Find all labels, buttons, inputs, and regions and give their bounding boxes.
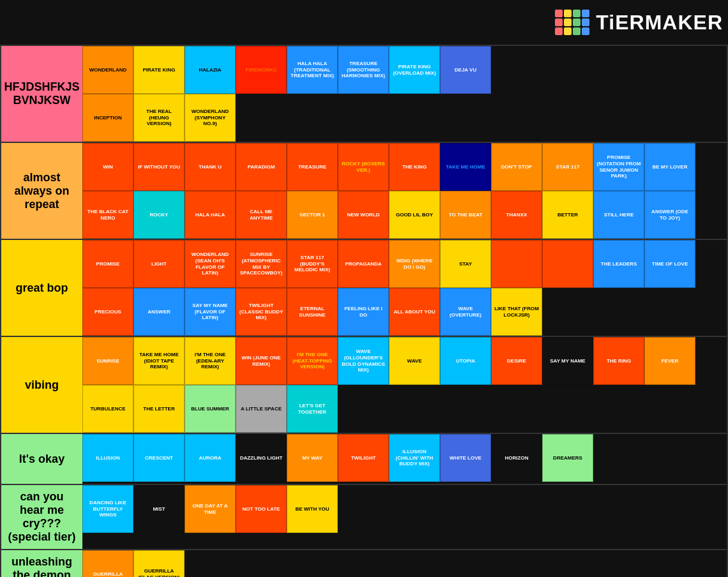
song-card[interactable]: WONDERLAND (SYMPHONY NO.9) [185,94,236,142]
tier-content-okay: ILLUSIONCRESCENTAURORADAZZLING LIGHTMY W… [82,434,727,484]
song-card[interactable]: FIREWORKS [236,46,287,94]
song-card[interactable]: TWILIGHT [338,434,389,482]
song-card[interactable]: PROMISE [82,240,133,288]
song-card[interactable]: SAY MY NAME [542,337,593,385]
song-card[interactable]: GUERRILLA (FLAG VERSION) [133,550,185,577]
song-card[interactable]: TAKE ME HOME [440,143,491,191]
song-card[interactable]: HALA HALA [185,191,236,239]
song-card[interactable]: TO THE BEAT [440,191,491,239]
song-card[interactable]: UTOPIA [440,337,491,385]
song-card[interactable]: DREAMERS [542,434,593,482]
song-card[interactable]: HALAZIA [185,46,236,94]
song-card[interactable]: ROCKY [133,191,185,239]
song-card[interactable]: DESIRE [491,337,542,385]
song-card[interactable]: I'M THE ONE (HEAT-TOPPING VERSION) [287,337,338,385]
song-card[interactable]: INCEPTION [82,94,133,142]
song-card[interactable]: THE REAL (HEUNG VERSION) [133,94,185,142]
song-card[interactable]: BE WITH YOU [287,485,338,533]
song-card[interactable]: WONDERLAND (SEAN OH'S FLAVOR OF LATIN) [185,240,236,288]
song-card[interactable]: BETTER [542,191,593,239]
song-card[interactable]: DON'T STOP [491,143,542,191]
logo-cell [573,27,580,35]
song-card[interactable]: BE MY LOVER [644,143,695,191]
song-card[interactable]: MIST [133,485,185,533]
tier-content-canyouhear: DANCING LIKE BUTTERFLY WINGSMISTONE DAY … [82,485,727,549]
song-card[interactable]: TREASURE [287,143,338,191]
song-card[interactable]: THE LETTER [133,385,185,433]
song-card[interactable]: WITH U [491,240,542,288]
logo-cell [582,19,589,26]
song-card[interactable]: WIN [82,143,133,191]
song-card[interactable]: NOT TOO LATE [236,485,287,533]
song-card[interactable]: ILLUSION (CHILLIN' WITH BUDDY MIX) [389,434,440,482]
song-card[interactable]: TURBULENCE [82,385,133,433]
song-card[interactable]: THANXX [491,191,542,239]
song-card[interactable]: ROCKY (BOXERS VER.) [338,143,389,191]
logo-cell [555,27,563,35]
logo-text: TiERMAKER [596,11,723,34]
song-card[interactable]: SAY MY NAME (FLAVOR OF LATIN) [185,288,236,336]
song-card[interactable]: SUNRISE [82,337,133,385]
song-card[interactable]: DANCING LIKE BUTTERFLY WINGS [82,485,133,533]
song-card[interactable]: PROPAGANDA [338,240,389,288]
song-card[interactable]: DEJA VU [440,46,491,94]
song-card[interactable]: STILL HERE [593,191,644,239]
song-card[interactable]: THANK U [185,143,236,191]
song-card[interactable]: WONDERLAND [82,46,133,94]
song-card[interactable]: THE KING [389,143,440,191]
song-card[interactable]: LET'S GET TOGETHER [287,385,338,433]
song-card[interactable]: ILLUSION [82,434,133,482]
song-card[interactable]: CELEBRATE [542,240,593,288]
song-card[interactable]: A LITTLE SPACE [236,385,287,433]
logo-cell [564,27,572,35]
song-card[interactable]: ONE DAY AT A TIME [185,485,236,533]
song-card[interactable]: GUERRILLA [82,550,133,577]
song-card[interactable]: I'M THE ONE (EDEN-ARY REMIX) [185,337,236,385]
song-card[interactable]: GOOD LIL BOY [389,191,440,239]
song-card[interactable]: AURORA [185,434,236,482]
song-card[interactable]: ANSWER [133,288,185,336]
song-card[interactable]: WIN (JUNE ONE REMIX) [236,337,287,385]
song-card[interactable]: LIGHT [133,240,185,288]
song-card[interactable]: STAR 117 [542,143,593,191]
song-card[interactable]: NEW WORLD [338,191,389,239]
song-card[interactable]: THE BLACK CAT NERO [82,191,133,239]
song-card[interactable]: ALL ABOUT YOU [389,288,440,336]
song-card[interactable]: TIME OF LOVE [644,240,695,288]
song-card[interactable]: WAVE [389,337,440,385]
song-card[interactable]: PRECIOUS [82,288,133,336]
song-card[interactable]: THE RING [593,337,644,385]
song-card[interactable]: WHITE LOVE [440,434,491,482]
song-card[interactable]: WDIG (WHERE DO I GO) [389,240,440,288]
song-card[interactable]: MY WAY [287,434,338,482]
logo-grid [555,10,589,35]
song-card[interactable]: PROMISE (NOTATION FROM SENOR JUWON PARK) [593,143,644,191]
song-card[interactable]: PIRATE KING (OVERLOAD MIX) [389,46,440,94]
song-card[interactable]: DAZZLING LIGHT [236,434,287,482]
song-card[interactable]: TAKE ME HOME (IDIOT TAPE REMIX) [133,337,185,385]
song-card[interactable]: BLUE SUMMER [185,385,236,433]
song-card[interactable]: STAR 117 (BUDDY'S MELODIC MIX) [287,240,338,288]
song-card[interactable]: CALL ME ANYTIME [236,191,287,239]
song-card[interactable]: THE LEADERS [593,240,644,288]
song-card[interactable]: CRESCENT [133,434,185,482]
song-card[interactable]: HALA HALA (TRADITIONAL TREATMENT MIX) [287,46,338,94]
song-card[interactable]: PIRATE KING [133,46,185,94]
song-card[interactable]: STAY [440,240,491,288]
song-card[interactable]: ANSWER (ODE TO JOY) [644,191,695,239]
song-card[interactable]: FEVER [644,337,695,385]
song-card[interactable]: PARADIGM [236,143,287,191]
song-card[interactable]: IF WITHOUT YOU [133,143,185,191]
song-card[interactable]: FEELING LIKE I DO [338,288,389,336]
song-card[interactable]: WAVE (OVERTURE) [440,288,491,336]
song-card[interactable]: HORIZON [491,434,542,482]
song-card[interactable]: WAVE (OLLOUNDER'S BOLD DYNAMICS MIX) [338,337,389,385]
song-card[interactable]: SECTOR 1 [287,191,338,239]
logo-cell [573,19,580,26]
song-card[interactable]: TWILIGHT (CLASSIC BUDDY MIX) [236,288,287,336]
song-card[interactable]: TREASURE (SMOOTHING HARMONIES MIX) [338,46,389,94]
song-card[interactable]: ETERNAL SUNSHINE [287,288,338,336]
song-card[interactable]: LIKE THAT (FROM LOCKJSR) [491,288,542,336]
logo-cell [555,10,563,17]
song-card[interactable]: SUNRISE (ATMOSPHERIC MIX BY SPACECOWBOY) [236,240,287,288]
